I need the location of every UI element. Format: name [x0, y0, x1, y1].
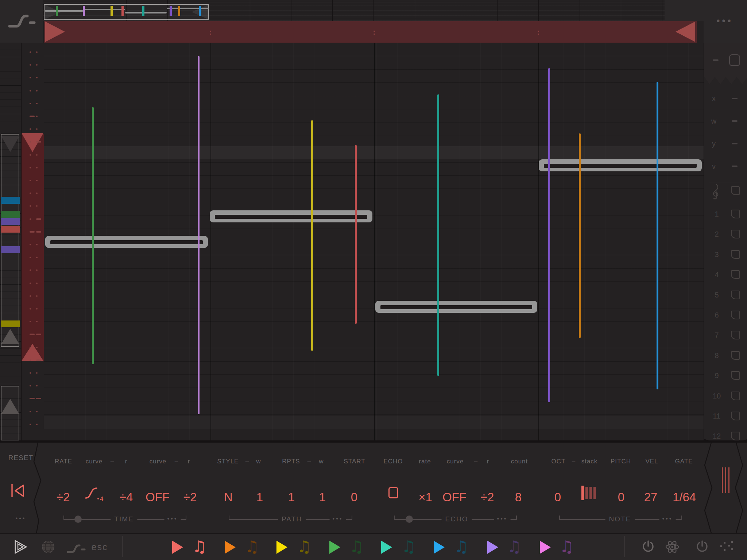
scene-slot-6[interactable] [731, 311, 740, 319]
note-bar-3[interactable] [375, 301, 537, 313]
panel-drag-handle[interactable] [722, 467, 723, 493]
key-stripe-red[interactable] [1, 226, 20, 233]
group-more-NOTE[interactable]: ••• [659, 516, 676, 522]
playhead-orange[interactable] [579, 133, 581, 338]
param-value-vel[interactable]: 27 [644, 490, 658, 504]
param-value-oct[interactable]: 0 [554, 490, 561, 504]
key-stripe-slate2[interactable] [1, 246, 20, 253]
note-button-red[interactable]: ♫ [192, 538, 206, 555]
param-value-style-w[interactable]: 1 [256, 490, 263, 504]
fit-view-button[interactable] [729, 54, 740, 66]
group-knob-TIME[interactable] [74, 516, 82, 523]
scene-slot-9[interactable] [731, 371, 740, 380]
transport-playhead-bar[interactable]: ::: [44, 21, 697, 43]
playhead-yellow[interactable] [311, 120, 313, 351]
note-button-pink[interactable]: ♫ [560, 538, 574, 555]
key-stripe-slate[interactable] [1, 218, 20, 225]
key-stripe-blue[interactable] [1, 197, 20, 204]
keyboard-selection-2-handle[interactable] [1, 399, 19, 414]
playhead-purple[interactable] [548, 68, 550, 402]
scene-slot-7[interactable] [731, 331, 740, 339]
scatter-dots-icon[interactable] [719, 540, 734, 553]
param-value-echo-curve-r[interactable]: ÷2 [481, 490, 494, 504]
group-more-PATH[interactable]: ••• [330, 516, 346, 522]
axis-value-y[interactable] [732, 143, 738, 144]
param-value-rate[interactable]: ÷2 [57, 490, 70, 504]
axis-value-w[interactable] [732, 120, 738, 122]
playhead-violet[interactable] [198, 56, 200, 414]
param-value-rate-curve-r[interactable]: ÷4 [120, 490, 133, 504]
param-value-curve2[interactable]: OFF [146, 490, 170, 504]
power-icon-2[interactable] [695, 540, 709, 554]
ramp-mode-toggle[interactable] [66, 543, 86, 554]
pitch-range-indicator[interactable] [22, 134, 44, 361]
param-value-start[interactable]: 0 [351, 490, 357, 504]
power-icon[interactable] [641, 540, 655, 554]
param-value-gate[interactable]: 1/64 [673, 490, 696, 504]
param-value-rpts[interactable]: 1 [288, 490, 295, 504]
esc-button[interactable]: esc [92, 542, 108, 552]
scene-slot-3[interactable] [731, 250, 740, 259]
note-button-blue[interactable]: ♫ [454, 538, 468, 555]
param-value-echo-curve[interactable]: OFF [442, 490, 467, 504]
key-stripe-green[interactable] [1, 211, 20, 218]
param-value-rate-curve[interactable]: 4 [84, 485, 105, 502]
scene-slot-2[interactable] [731, 230, 740, 238]
note-button-teal[interactable]: ♫ [402, 538, 416, 555]
scene-slot-5[interactable] [731, 291, 740, 299]
key-stripe-olive[interactable] [1, 320, 20, 327]
note-button-orange[interactable]: ♫ [245, 538, 259, 555]
group-more-ECHO[interactable]: ••• [494, 516, 511, 522]
scene-slot-1[interactable] [731, 210, 740, 218]
play-button-orange[interactable] [225, 541, 236, 554]
reset-more-button[interactable]: ••• [16, 515, 26, 522]
note-bar-2[interactable] [210, 210, 372, 222]
keyboard-selection-box[interactable] [1, 134, 19, 347]
minimap-strip[interactable] [43, 0, 665, 21]
param-value-rpts-w[interactable]: 1 [319, 490, 326, 504]
note-button-yellow[interactable]: ♫ [297, 538, 311, 555]
play-button-red[interactable] [172, 541, 183, 554]
keyboard-selection-top-handle[interactable] [1, 136, 19, 152]
sequencer-grid[interactable] [44, 43, 704, 440]
ramp-mode-button[interactable] [0, 0, 43, 43]
clef-row[interactable] [711, 183, 722, 201]
keyboard-selection-bottom-handle[interactable] [1, 329, 19, 344]
group-more-TIME[interactable]: ••• [165, 516, 181, 522]
axis-value-v[interactable] [732, 166, 738, 167]
scene-slot-4[interactable] [731, 270, 740, 279]
globe-icon[interactable] [41, 540, 55, 554]
param-value-echo-count[interactable]: 8 [515, 490, 522, 504]
more-menu-button[interactable]: ••• [716, 15, 733, 27]
param-value-echo-rate[interactable]: ×1 [418, 490, 432, 504]
play-button-yellow[interactable] [276, 541, 287, 554]
zoom-out-button[interactable] [713, 59, 719, 61]
skip-to-start-button[interactable] [10, 483, 26, 498]
note-bar-4[interactable] [539, 159, 702, 171]
playhead-teal[interactable] [437, 94, 439, 376]
param-value-curve2-r[interactable]: ÷2 [183, 490, 197, 504]
note-bar-1[interactable] [45, 236, 208, 248]
play-all-button[interactable] [13, 539, 29, 555]
param-value-pitch[interactable]: 0 [618, 490, 624, 504]
panel-drag-handle[interactable] [728, 467, 729, 493]
param-value-oct-stack[interactable] [581, 486, 598, 500]
transport-right-handle[interactable] [676, 22, 695, 42]
playhead-blue[interactable] [657, 82, 658, 389]
note-button-green[interactable]: ♫ [349, 538, 364, 555]
scene-slot-10[interactable] [731, 392, 740, 400]
note-button-violet[interactable]: ♫ [507, 538, 521, 555]
play-button-violet[interactable] [487, 541, 498, 554]
atom-icon[interactable] [665, 539, 680, 555]
play-button-green[interactable] [329, 541, 340, 554]
param-value-style[interactable]: N [224, 490, 233, 504]
group-knob-ECHO[interactable] [406, 516, 413, 523]
pitch-range-bottom-handle[interactable] [22, 344, 43, 361]
scene-slot-8[interactable] [731, 351, 740, 360]
play-button-blue[interactable] [434, 541, 445, 554]
play-button-pink[interactable] [540, 541, 551, 554]
axis-value-x[interactable] [732, 98, 738, 99]
playhead-red[interactable] [355, 145, 357, 324]
play-button-teal[interactable] [381, 541, 392, 554]
clef-scene-icon[interactable] [731, 186, 740, 195]
